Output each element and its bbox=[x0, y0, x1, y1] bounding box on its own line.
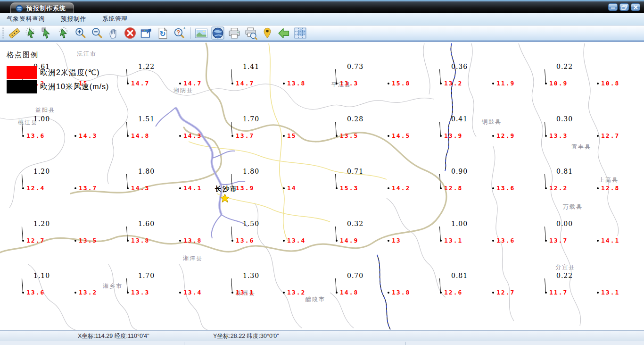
svg-text:↻: ↻ bbox=[159, 29, 165, 37]
close-icon bbox=[633, 5, 638, 10]
status-strip bbox=[0, 341, 644, 345]
globe-view-button[interactable] bbox=[209, 26, 226, 40]
measure-ruler-button[interactable] bbox=[6, 26, 23, 40]
app-globe-icon bbox=[16, 5, 23, 12]
app-title: 预报制作系统 bbox=[26, 4, 66, 13]
restore-button[interactable] bbox=[619, 3, 629, 11]
toolbar-grip[interactable] bbox=[2, 27, 4, 39]
zoom-out-button[interactable] bbox=[89, 26, 105, 40]
refresh-page-icon: ↻ bbox=[157, 27, 169, 40]
select-arrow-icon bbox=[41, 27, 54, 40]
print-icon bbox=[228, 27, 241, 40]
legend-item-wind: 欧洲10米风速(m/s) bbox=[7, 80, 109, 94]
image-icon bbox=[195, 27, 208, 40]
grid-data-button[interactable] bbox=[292, 26, 308, 40]
deselect-button[interactable] bbox=[56, 26, 72, 40]
refresh-button[interactable]: ↻ bbox=[155, 26, 171, 40]
statusbar: X坐标:114.29 经度:110°0'4" Y坐标:28.22 纬度:30°0… bbox=[0, 330, 644, 341]
grid-data-icon bbox=[294, 26, 307, 40]
select-features-icon bbox=[25, 27, 37, 40]
select-arrow-button[interactable] bbox=[39, 26, 56, 40]
back-arrow-icon bbox=[277, 27, 290, 40]
globe-icon bbox=[211, 26, 224, 40]
legend-swatch-temperature bbox=[7, 66, 37, 79]
close-button[interactable] bbox=[631, 3, 640, 11]
deselect-icon bbox=[58, 27, 70, 40]
back-arrow-button[interactable] bbox=[275, 26, 292, 40]
print-preview-icon bbox=[244, 27, 257, 40]
status-strip-separator bbox=[405, 342, 406, 345]
legend-label-wind: 欧洲10米风速(m/s) bbox=[40, 82, 109, 92]
select-features-button[interactable] bbox=[23, 26, 39, 40]
legend-item-temperature: 欧洲2米温度(℃) bbox=[7, 66, 109, 80]
print-button[interactable] bbox=[226, 26, 242, 40]
minimize-button[interactable] bbox=[608, 3, 618, 11]
map-legend: 格点图例 欧洲2米温度(℃) 欧洲10米风速(m/s) bbox=[7, 50, 109, 94]
legend-title: 格点图例 bbox=[7, 50, 109, 59]
app-window: 预报制作系统 气象资料查询 预报制作 系统管理 bbox=[0, 0, 644, 345]
stop-icon bbox=[124, 26, 137, 40]
identify-query-icon: ? ± bbox=[173, 27, 186, 40]
pan-button[interactable] bbox=[105, 26, 122, 40]
legend-label-temperature: 欧洲2米温度(℃) bbox=[40, 68, 100, 78]
restore-icon bbox=[621, 5, 627, 10]
minimize-icon bbox=[610, 5, 616, 9]
export-window-button[interactable] bbox=[138, 26, 155, 40]
toolbar-separator bbox=[190, 27, 190, 39]
status-strip-separator bbox=[184, 342, 184, 345]
capital-city-label: 长沙市 bbox=[215, 185, 238, 194]
menu-system-management[interactable]: 系统管理 bbox=[102, 15, 128, 23]
menubar: 气象资料查询 预报制作 系统管理 bbox=[0, 13, 644, 25]
menu-forecast-making[interactable]: 预报制作 bbox=[61, 15, 86, 23]
pan-hand-icon bbox=[107, 27, 120, 40]
zoom-out-icon bbox=[91, 27, 103, 40]
image-export-button[interactable] bbox=[193, 26, 209, 40]
status-x-coordinate: X坐标:114.29 经度:110°0'4" bbox=[78, 332, 149, 340]
status-y-coordinate: Y坐标:28.22 纬度:30°0'0" bbox=[213, 332, 279, 340]
menu-weather-data-query[interactable]: 气象资料查询 bbox=[7, 15, 45, 23]
toolbar: ↻ ? ± bbox=[0, 25, 644, 42]
zoom-in-button[interactable] bbox=[72, 26, 89, 40]
svg-text:?: ? bbox=[176, 29, 180, 36]
identify-button[interactable]: ? ± bbox=[171, 26, 188, 40]
zoom-in-icon bbox=[74, 27, 87, 40]
capital-star-icon bbox=[220, 194, 230, 203]
titlebar: 预报制作系统 bbox=[0, 0, 644, 13]
app-title-tab: 预报制作系统 bbox=[10, 2, 74, 14]
measure-ruler-icon bbox=[8, 27, 21, 40]
export-window-icon bbox=[140, 27, 153, 40]
print-preview-button[interactable] bbox=[242, 26, 259, 40]
location-pin-icon bbox=[262, 26, 273, 40]
svg-text:±: ± bbox=[183, 27, 186, 31]
legend-swatch-wind bbox=[7, 80, 37, 93]
location-pin-button[interactable] bbox=[259, 26, 275, 40]
stop-button[interactable] bbox=[122, 26, 138, 40]
window-controls bbox=[608, 3, 640, 11]
